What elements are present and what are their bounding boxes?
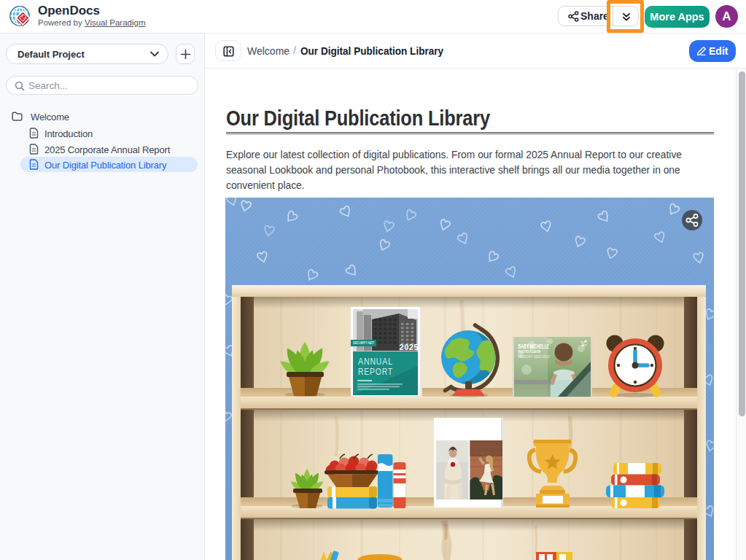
svg-text:MEMORY 2020-2023: MEMORY 2020-2023	[518, 354, 550, 359]
svg-text:SECURITY NET: SECURITY NET	[353, 341, 374, 345]
svg-text:REPORT: REPORT	[358, 367, 393, 377]
svg-text:2025: 2025	[400, 343, 419, 351]
svg-text:ANNUAL: ANNUAL	[358, 357, 393, 367]
svg-text:PHOTO ALBUM: PHOTO ALBUM	[518, 349, 541, 354]
